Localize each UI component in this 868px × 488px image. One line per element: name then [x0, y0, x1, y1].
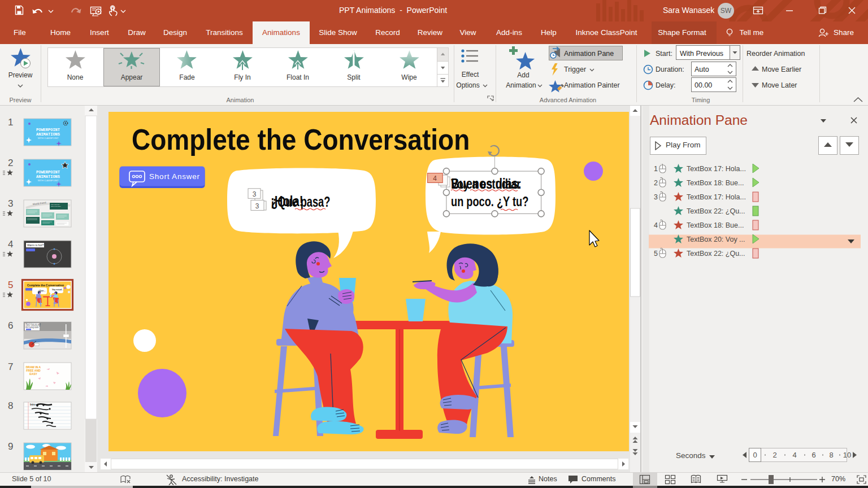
svg-text:3: 3	[253, 190, 257, 198]
svg-text:un poco. ¿Y tu?: un poco. ¿Y tu?	[451, 194, 528, 210]
svg-text:Warm is hot?: Warm is hot?	[27, 243, 44, 247]
svg-text:Reorder Animation: Reorder Animation	[747, 50, 805, 58]
svg-text:TextBox 17: Hola...: TextBox 17: Hola...	[687, 193, 746, 201]
svg-text:2: 2	[8, 158, 13, 168]
svg-text:Intro: Intro	[30, 403, 36, 406]
svg-text:3: 3	[654, 193, 658, 201]
svg-text:4: 4	[792, 451, 796, 459]
svg-text:1: 1	[8, 117, 13, 128]
svg-text:4: 4	[433, 175, 437, 182]
svg-text:2: 2	[654, 179, 658, 187]
svg-text:Duration:: Duration:	[656, 66, 684, 73]
svg-text:¿Que pasa?: ¿Que pasa?	[271, 194, 330, 210]
svg-text:7: 7	[8, 361, 13, 372]
svg-text:Preview: Preview	[8, 71, 33, 79]
svg-text:TextBox 18: Bue...: TextBox 18: Bue...	[687, 221, 744, 229]
svg-text:Animation Pane: Animation Pane	[564, 50, 614, 58]
svg-text:Complete the Conversation: Complete the Conversation	[132, 123, 470, 155]
svg-text:Short Answer: Short Answer	[149, 172, 200, 181]
svg-text:6: 6	[8, 320, 13, 331]
svg-text:1: 1	[654, 165, 658, 173]
svg-text:0: 0	[753, 451, 757, 459]
svg-text:WITH CLASSPOINT: WITH CLASSPOINT	[38, 137, 59, 140]
svg-text:ANIMATIONS: ANIMATIONS	[36, 132, 60, 137]
svg-text:3: 3	[255, 202, 259, 210]
svg-text:EASY: EASY	[29, 372, 37, 376]
svg-text:Move Later: Move Later	[762, 81, 797, 89]
svg-text:5: 5	[8, 280, 13, 290]
svg-text:3: 3	[8, 198, 13, 209]
svg-text:TextBox 22: ¿Qu...: TextBox 22: ¿Qu...	[687, 207, 745, 215]
svg-text:WITH CLASSPOINT: WITH CLASSPOINT	[38, 179, 59, 182]
svg-text:TextBox 17: Hola...: TextBox 17: Hola...	[687, 165, 746, 173]
svg-text:Animation Painter: Animation Painter	[564, 81, 620, 89]
svg-text:POWERPOINT: POWERPOINT	[36, 170, 60, 175]
svg-text:the curling stone: the curling stone	[25, 326, 39, 329]
svg-text:8: 8	[829, 451, 833, 459]
svg-text:Add: Add	[517, 71, 529, 79]
svg-text:8: 8	[8, 400, 13, 411]
svg-text:4: 4	[8, 239, 13, 250]
svg-text:Animation: Animation	[506, 81, 536, 89]
svg-text:Start:: Start:	[656, 50, 672, 58]
svg-text:10: 10	[843, 451, 851, 459]
svg-text:Delay:: Delay:	[656, 81, 675, 89]
svg-text:Move Earlier: Move Earlier	[762, 66, 801, 73]
svg-text:POWERPOINT: POWERPOINT	[36, 128, 60, 132]
svg-text:6: 6	[811, 451, 815, 459]
svg-text:TextBox 20: Voy ...: TextBox 20: Voy ...	[687, 236, 745, 243]
svg-text:Options: Options	[456, 81, 479, 89]
svg-text:Write down and: Write down and	[51, 204, 60, 205]
svg-text:4: 4	[654, 221, 658, 229]
svg-text:ANIMATIONS: ANIMATIONS	[36, 175, 60, 179]
svg-text:TextBox 18: Bue...: TextBox 18: Bue...	[687, 179, 744, 187]
svg-text:00.00: 00.00	[695, 81, 712, 89]
svg-text:Complete the Conversation: Complete the Conversation	[27, 284, 64, 287]
svg-text:Trigger: Trigger	[564, 66, 586, 73]
svg-text:Effect: Effect	[462, 71, 479, 79]
svg-text:Auto: Auto	[695, 66, 709, 73]
svg-text:TextBox 22: ¿Qu...: TextBox 22: ¿Qu...	[687, 250, 745, 258]
svg-text:share a few quirky: share a few quirky	[51, 206, 62, 207]
svg-text:With Previous: With Previous	[680, 50, 723, 58]
svg-text:9: 9	[8, 441, 13, 452]
svg-text:5: 5	[654, 250, 658, 258]
svg-text:Voy estud...: Voy estud...	[52, 289, 63, 291]
svg-text:2: 2	[772, 451, 776, 459]
